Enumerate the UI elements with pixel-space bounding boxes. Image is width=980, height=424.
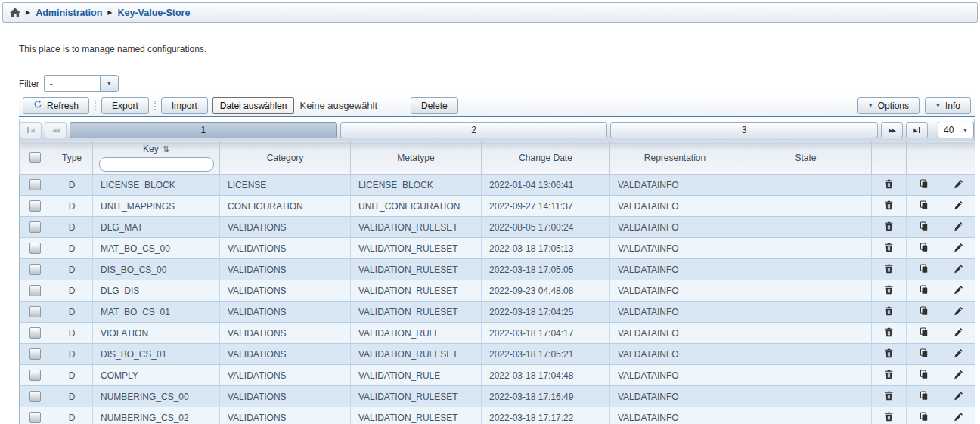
column-header-metatype[interactable]: Metatype	[351, 141, 482, 175]
row-action-cell[interactable]	[907, 259, 941, 280]
last-page-button[interactable]: ▶	[906, 122, 928, 138]
home-icon[interactable]	[10, 8, 20, 17]
page-1-button[interactable]: 1	[70, 122, 337, 138]
table-row[interactable]: DDLG_DISVALIDATIONSVALIDATION_RULESET202…	[20, 280, 975, 302]
select-all-checkbox[interactable]	[29, 152, 41, 163]
options-menu-button[interactable]: ▼ Options	[858, 97, 920, 114]
column-header-representation[interactable]: Representation	[610, 141, 740, 175]
row-action-cell[interactable]	[872, 302, 907, 323]
edit-icon[interactable]	[954, 327, 963, 337]
breadcrumb-key-value-store[interactable]: Key-Value-Store	[118, 8, 191, 18]
row-action-cell[interactable]	[907, 217, 941, 238]
breadcrumb-administration[interactable]: Administration	[36, 8, 102, 18]
row-action-cell[interactable]	[872, 344, 907, 365]
row-checkbox[interactable]	[29, 221, 41, 233]
row-checkbox[interactable]	[29, 243, 41, 254]
row-action-cell[interactable]	[872, 196, 907, 217]
row-checkbox[interactable]	[29, 370, 41, 381]
row-action-cell[interactable]	[872, 217, 907, 238]
delete-icon[interactable]	[884, 412, 894, 422]
column-header-category[interactable]: Category	[220, 141, 351, 175]
delete-icon[interactable]	[884, 179, 894, 189]
row-checkbox[interactable]	[29, 412, 41, 423]
key-filter-input[interactable]	[99, 157, 214, 172]
row-action-cell[interactable]	[941, 280, 975, 302]
table-row[interactable]: DNUMBERING_CS_02VALIDATIONSVALIDATION_RU…	[20, 407, 975, 424]
row-action-cell[interactable]	[941, 407, 975, 424]
import-button[interactable]: Import	[161, 97, 208, 114]
row-checkbox[interactable]	[29, 306, 41, 317]
table-row[interactable]: DDIS_BO_CS_01VALIDATIONSVALIDATION_RULES…	[20, 344, 975, 365]
row-action-cell[interactable]	[941, 217, 975, 238]
delete-icon[interactable]	[884, 243, 894, 252]
edit-icon[interactable]	[954, 200, 963, 210]
delete-icon[interactable]	[884, 221, 894, 231]
copy-icon[interactable]	[919, 327, 929, 337]
row-action-cell[interactable]	[907, 386, 941, 407]
copy-icon[interactable]	[919, 306, 929, 316]
refresh-button[interactable]: Refresh	[23, 97, 89, 114]
row-action-cell[interactable]	[941, 386, 975, 407]
table-row[interactable]: DMAT_BO_CS_01VALIDATIONSVALIDATION_RULES…	[20, 302, 975, 323]
row-action-cell[interactable]	[941, 302, 975, 323]
delete-icon[interactable]	[884, 285, 894, 295]
copy-icon[interactable]	[919, 243, 929, 252]
copy-icon[interactable]	[919, 370, 929, 379]
row-checkbox[interactable]	[29, 348, 41, 360]
edit-icon[interactable]	[954, 179, 963, 189]
copy-icon[interactable]	[919, 391, 929, 401]
previous-page-button[interactable]: ◀◀	[45, 122, 67, 138]
row-checkbox[interactable]	[29, 285, 41, 296]
info-menu-button[interactable]: ▼ Info	[925, 97, 971, 114]
row-action-cell[interactable]	[872, 407, 907, 424]
row-action-cell[interactable]	[872, 175, 907, 196]
edit-icon[interactable]	[954, 264, 963, 274]
row-action-cell[interactable]	[872, 259, 907, 280]
filter-combobox[interactable]: - ▼	[44, 75, 119, 92]
table-row[interactable]: DLICENSE_BLOCKLICENSELICENSE_BLOCK2022-0…	[20, 175, 975, 196]
next-page-button[interactable]: ▶▶	[881, 122, 903, 138]
edit-icon[interactable]	[954, 221, 963, 231]
table-row[interactable]: DVIOLATIONVALIDATIONSVALIDATION_RULE2022…	[20, 323, 975, 344]
row-action-cell[interactable]	[872, 280, 907, 302]
column-header-type[interactable]: Type	[51, 141, 93, 175]
copy-icon[interactable]	[919, 348, 929, 358]
table-row[interactable]: DMAT_BO_CS_00VALIDATIONSVALIDATION_RULES…	[20, 238, 975, 259]
row-checkbox[interactable]	[29, 200, 41, 212]
row-action-cell[interactable]	[907, 323, 941, 344]
edit-icon[interactable]	[954, 348, 963, 358]
row-action-cell[interactable]	[872, 238, 907, 259]
delete-icon[interactable]	[884, 370, 894, 379]
edit-icon[interactable]	[954, 391, 963, 401]
row-action-cell[interactable]	[907, 238, 941, 259]
row-action-cell[interactable]	[941, 365, 975, 386]
row-action-cell[interactable]	[941, 259, 975, 280]
copy-icon[interactable]	[919, 285, 929, 295]
first-page-button[interactable]: ◀	[20, 122, 42, 138]
row-action-cell[interactable]	[941, 323, 975, 344]
row-action-cell[interactable]	[907, 196, 941, 217]
copy-icon[interactable]	[919, 221, 929, 231]
copy-icon[interactable]	[919, 179, 929, 189]
column-header-change-date[interactable]: Change Date	[482, 141, 610, 175]
row-action-cell[interactable]	[907, 344, 941, 365]
row-checkbox[interactable]	[29, 264, 41, 275]
edit-icon[interactable]	[954, 412, 963, 422]
column-header-key[interactable]: Key ⇅	[93, 141, 220, 175]
delete-icon[interactable]	[884, 200, 894, 210]
table-row[interactable]: DDIS_BO_CS_00VALIDATIONSVALIDATION_RULES…	[20, 259, 975, 280]
row-checkbox[interactable]	[29, 327, 41, 339]
delete-icon[interactable]	[884, 306, 894, 316]
column-header-state[interactable]: State	[740, 141, 872, 175]
delete-button[interactable]: Delete	[411, 97, 458, 114]
edit-icon[interactable]	[954, 243, 963, 252]
copy-icon[interactable]	[919, 412, 929, 422]
row-action-cell[interactable]	[941, 238, 975, 259]
page-3-button[interactable]: 3	[610, 122, 878, 138]
copy-icon[interactable]	[919, 200, 929, 210]
delete-icon[interactable]	[884, 391, 894, 401]
copy-icon[interactable]	[919, 264, 929, 274]
table-row[interactable]: DDLG_MATVALIDATIONSVALIDATION_RULESET202…	[20, 217, 975, 238]
edit-icon[interactable]	[954, 370, 963, 379]
row-action-cell[interactable]	[872, 386, 907, 407]
